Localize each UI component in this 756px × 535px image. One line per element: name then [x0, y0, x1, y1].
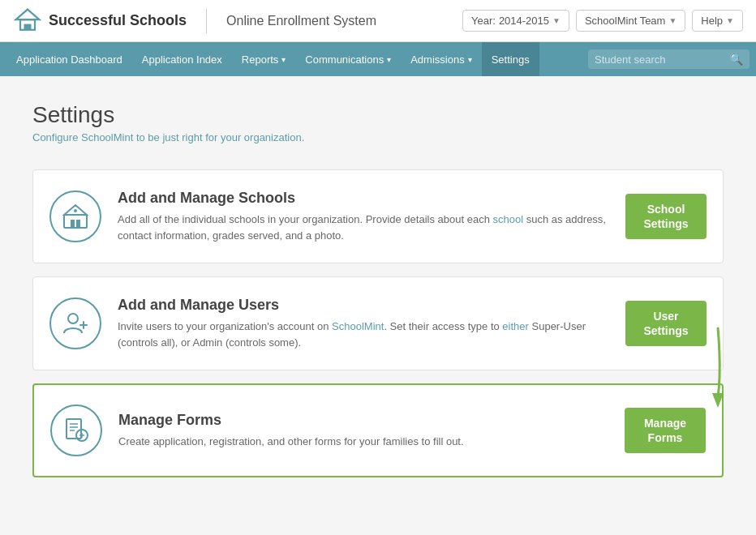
svg-point-8: [68, 314, 78, 323]
forms-content: Manage Forms Create application, registr…: [118, 412, 608, 450]
either-link[interactable]: either: [502, 320, 529, 332]
svg-marker-0: [16, 9, 40, 19]
logo-icon: [13, 6, 42, 36]
page-subtitle: Configure SchoolMint to be just right fo…: [32, 131, 724, 143]
top-bar: Successful Schools Online Enrollment Sys…: [0, 0, 756, 42]
user-icon: [62, 310, 88, 336]
user-icon-circle: [49, 297, 101, 349]
logo-text: Successful Schools: [49, 12, 187, 29]
admissions-caret: ▾: [468, 55, 472, 64]
nav-item-app-dashboard[interactable]: Application Dashboard: [6, 42, 132, 76]
svg-point-7: [74, 209, 77, 212]
svg-rect-3: [64, 215, 87, 228]
nav-item-reports[interactable]: Reports ▾: [232, 42, 296, 76]
nav-label-settings: Settings: [492, 54, 530, 66]
team-label: SchoolMint Team: [585, 15, 665, 27]
forms-icon: [63, 417, 89, 443]
school-icon: [62, 203, 88, 229]
schools-desc: Add all of the individual schools in you…: [118, 212, 609, 243]
users-title: Add and Manage Users: [118, 297, 609, 314]
svg-rect-5: [71, 220, 75, 228]
svg-rect-2: [24, 24, 32, 29]
title-divider: [206, 9, 207, 33]
forms-icon-circle: [50, 404, 102, 456]
team-dropdown[interactable]: SchoolMint Team ▼: [576, 10, 685, 32]
svg-marker-18: [712, 393, 724, 408]
top-controls: Year: 2014-2015 ▼ SchoolMint Team ▼ Help…: [462, 10, 743, 32]
student-search-input[interactable]: [595, 54, 724, 66]
help-caret: ▼: [726, 16, 734, 25]
nav-item-communications[interactable]: Communications ▾: [295, 42, 401, 76]
nav-label-admissions: Admissions: [410, 54, 464, 66]
users-content: Add and Manage Users Invite users to you…: [118, 297, 609, 350]
schools-link[interactable]: school: [493, 213, 524, 225]
year-dropdown[interactable]: Year: 2014-2015 ▼: [462, 10, 569, 32]
schools-content: Add and Manage Schools Add all of the in…: [118, 190, 609, 243]
nav-label-app-dashboard: Application Dashboard: [16, 54, 122, 66]
forms-desc: Create application, registration, and ot…: [118, 434, 608, 450]
nav-item-settings[interactable]: Settings: [482, 42, 539, 76]
settings-row-users: Add and Manage Users Invite users to you…: [32, 276, 724, 370]
settings-row-schools: Add and Manage Schools Add all of the in…: [32, 169, 724, 263]
main-content: Settings Configure SchoolMint to be just…: [0, 76, 756, 535]
svg-rect-11: [67, 419, 81, 439]
schoolmint-link[interactable]: SchoolMint: [332, 320, 384, 332]
nav-search: 🔍: [588, 49, 750, 69]
nav-label-communications: Communications: [305, 54, 384, 66]
search-icon: 🔍: [729, 53, 743, 66]
help-label: Help: [701, 15, 723, 27]
user-settings-button[interactable]: UserSettings: [625, 301, 707, 346]
settings-row-forms: Manage Forms Create application, registr…: [32, 383, 724, 477]
reports-caret: ▾: [281, 55, 286, 64]
year-caret: ▼: [552, 16, 561, 25]
team-caret: ▼: [668, 16, 677, 25]
forms-title: Manage Forms: [118, 412, 608, 429]
users-desc: Invite users to your organization's acco…: [118, 319, 609, 350]
nav-item-app-index[interactable]: Application Index: [132, 42, 232, 76]
app-title: Online Enrollment System: [226, 14, 376, 28]
help-dropdown[interactable]: Help ▼: [692, 10, 743, 32]
manage-forms-button[interactable]: ManageForms: [625, 408, 706, 453]
year-label: Year:: [471, 15, 496, 27]
nav-bar: Application Dashboard Application Index …: [0, 42, 756, 76]
school-settings-button[interactable]: SchoolSettings: [625, 194, 707, 239]
nav-item-admissions[interactable]: Admissions ▾: [401, 42, 481, 76]
logo-area: Successful Schools Online Enrollment Sys…: [13, 6, 462, 36]
year-value: 2014-2015: [499, 15, 549, 27]
schools-title: Add and Manage Schools: [118, 190, 609, 207]
svg-rect-6: [76, 220, 80, 228]
page-title: Settings: [32, 102, 724, 128]
school-icon-circle: [49, 190, 101, 242]
communications-caret: ▾: [387, 55, 391, 64]
nav-label-reports: Reports: [242, 54, 279, 66]
nav-label-app-index: Application Index: [142, 54, 222, 66]
